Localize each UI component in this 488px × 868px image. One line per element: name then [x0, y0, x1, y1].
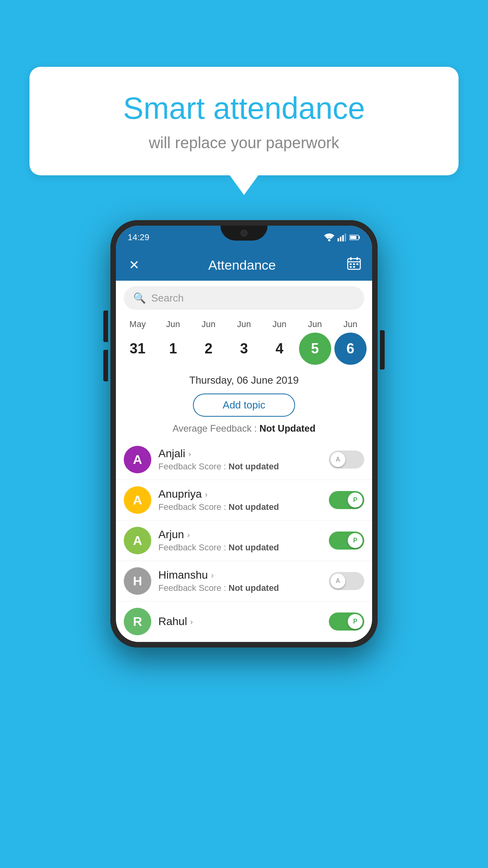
toggle-track-himanshu: A [329, 572, 364, 590]
month-jun-5: Jun [299, 319, 331, 329]
student-info-anjali: Anjali › Feedback Score : Not updated [158, 447, 322, 472]
volume-down-button [103, 350, 108, 381]
avatar-anjali: A [124, 446, 151, 473]
speech-bubble-subtitle: will replace your paperwork [61, 134, 427, 152]
date-4[interactable]: 4 [263, 333, 295, 365]
phone-wrapper: 14:29 [110, 220, 378, 647]
svg-point-0 [328, 239, 330, 241]
toggle-arjun[interactable]: P [329, 531, 364, 550]
month-jun-4: Jun [263, 319, 295, 329]
svg-rect-2 [340, 237, 341, 241]
speech-bubble: Smart attendance will replace your paper… [29, 67, 459, 175]
add-topic-button[interactable]: Add topic [193, 394, 295, 417]
toggle-thumb-partial: P [348, 614, 363, 629]
toggle-partial[interactable]: P [329, 612, 364, 631]
toggle-track-anupriya: P [329, 491, 364, 509]
calendar-button[interactable] [345, 256, 363, 274]
svg-rect-6 [359, 236, 360, 239]
feedback-arjun: Feedback Score : Not updated [158, 542, 322, 553]
toggle-anjali[interactable]: A [329, 451, 364, 469]
student-arjun[interactable]: A Arjun › Feedback Score : Not updated P [116, 520, 372, 561]
svg-rect-13 [353, 263, 355, 265]
svg-rect-4 [345, 234, 346, 241]
svg-rect-3 [342, 235, 344, 241]
search-container: 🔍 Search [116, 281, 372, 315]
date-3[interactable]: 3 [228, 333, 260, 365]
toggle-thumb-anupriya: P [348, 493, 363, 508]
selected-date-text: Thursday, 06 June 2019 [116, 368, 372, 390]
student-list: A Anjali › Feedback Score : Not updated … [116, 440, 372, 642]
chevron-partial: › [190, 617, 193, 626]
camera [240, 230, 248, 237]
svg-rect-10 [356, 257, 358, 260]
status-icons [324, 234, 360, 241]
month-row: May Jun Jun Jun Jun Jun Jun [116, 319, 372, 329]
battery-icon [349, 234, 360, 241]
app-bar: ✕ Attendance [116, 249, 372, 281]
student-name-himanshu: Himanshu › [158, 569, 322, 581]
search-bar[interactable]: 🔍 Search [124, 286, 364, 310]
student-info-anupriya: Anupriya › Feedback Score : Not updated [158, 488, 322, 512]
student-anjali[interactable]: A Anjali › Feedback Score : Not updated … [116, 440, 372, 480]
toggle-anupriya[interactable]: P [329, 491, 364, 509]
date-5-today[interactable]: 5 [299, 333, 331, 365]
svg-rect-9 [350, 257, 352, 260]
close-button[interactable]: ✕ [125, 257, 143, 272]
month-jun-1: Jun [157, 319, 189, 329]
toggle-thumb-himanshu: A [330, 574, 345, 588]
student-partial[interactable]: R Rahul › P [116, 601, 372, 642]
avatar-arjun: A [124, 527, 151, 554]
svg-rect-15 [350, 266, 352, 268]
date-31[interactable]: 31 [121, 333, 154, 365]
chevron-anupriya: › [205, 490, 208, 499]
toggle-thumb-anjali: A [330, 452, 345, 467]
date-row: 31 1 2 3 4 5 6 [116, 329, 372, 368]
app-bar-title: Attendance [143, 257, 341, 273]
toggle-thumb-arjun: P [348, 533, 363, 548]
feedback-anjali: Feedback Score : Not updated [158, 462, 322, 472]
student-info-arjun: Arjun › Feedback Score : Not updated [158, 528, 322, 553]
avatar-himanshu: H [124, 567, 151, 595]
toggle-himanshu[interactable]: A [329, 572, 364, 590]
chevron-himanshu: › [211, 571, 214, 580]
status-time: 14:29 [128, 232, 149, 243]
search-icon: 🔍 [133, 292, 146, 304]
chevron-arjun: › [187, 530, 190, 539]
student-info-himanshu: Himanshu › Feedback Score : Not updated [158, 569, 322, 593]
student-himanshu[interactable]: H Himanshu › Feedback Score : Not update… [116, 561, 372, 601]
svg-rect-1 [338, 238, 339, 241]
avg-feedback: Average Feedback : Not Updated [116, 423, 372, 440]
date-1[interactable]: 1 [157, 333, 189, 365]
student-name-arjun: Arjun › [158, 528, 322, 541]
status-bar: 14:29 [116, 226, 372, 249]
student-name-anjali: Anjali › [158, 447, 322, 460]
calendar-section: May Jun Jun Jun Jun Jun Jun 31 1 2 3 4 5… [116, 315, 372, 368]
speech-bubble-title: Smart attendance [61, 90, 427, 126]
phone-screen: 14:29 [116, 226, 372, 642]
feedback-himanshu: Feedback Score : Not updated [158, 583, 322, 593]
month-jun-2: Jun [193, 319, 225, 329]
avatar-partial: R [124, 608, 151, 635]
toggle-track-partial: P [329, 612, 364, 631]
student-name-partial: Rahul › [158, 615, 322, 628]
date-6-selected[interactable]: 6 [334, 333, 367, 365]
signal-icon [338, 234, 346, 241]
search-placeholder: Search [151, 292, 183, 304]
wifi-icon [324, 234, 334, 241]
avg-feedback-value: Not Updated [259, 423, 316, 434]
month-jun-3: Jun [228, 319, 260, 329]
svg-rect-14 [356, 263, 358, 265]
phone-frame: 14:29 [110, 220, 378, 647]
toggle-track-arjun: P [329, 531, 364, 550]
student-info-partial: Rahul › [158, 615, 322, 628]
chevron-anjali: › [188, 449, 191, 458]
student-anupriya[interactable]: A Anupriya › Feedback Score : Not update… [116, 480, 372, 520]
svg-rect-12 [350, 263, 352, 265]
avatar-anupriya: A [124, 486, 151, 514]
svg-rect-7 [350, 236, 356, 239]
speech-bubble-container: Smart attendance will replace your paper… [29, 67, 459, 175]
volume-up-button [103, 311, 108, 342]
student-name-anupriya: Anupriya › [158, 488, 322, 500]
date-2[interactable]: 2 [193, 333, 225, 365]
month-jun-6: Jun [334, 319, 367, 329]
